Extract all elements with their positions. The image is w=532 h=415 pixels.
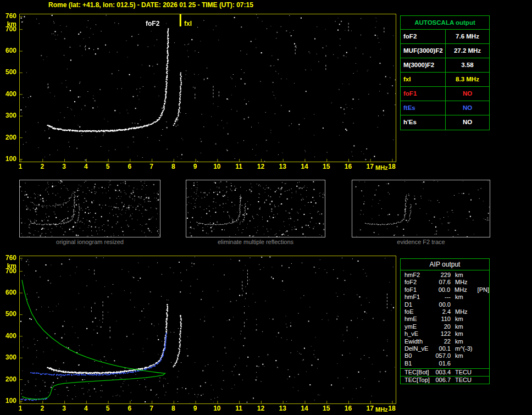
aip-tec-row-0: TEC[Bot]003.4TECU [401, 368, 489, 376]
top-plot-y-tick-600: 600 [0, 47, 16, 54]
bottom-plot-x-tick-4: 4 [79, 405, 92, 412]
autoscala-row-6: h'EsNO [401, 115, 489, 130]
aip-name: TEC[Top] [404, 377, 432, 384]
aip-unit: MHz [455, 308, 477, 316]
aip-table-rows: hmF2229kmfoF207.6MHzfoF100.0MHz[PN]hmF1-… [401, 270, 489, 368]
bottom-plot-x-tick-3: 3 [58, 405, 71, 412]
aip-val: 00.1 [432, 345, 451, 352]
thumb-evidence [352, 180, 490, 237]
aip-name: D1 [404, 301, 432, 308]
aip-name: ymE [404, 323, 432, 330]
aip-output-table: AIP output hmF2229kmfoF207.6MHzfoF100.0M… [400, 258, 490, 384]
bottom-plot-y-tick-400: 400 [0, 333, 16, 340]
aip-row-0: hmF2229km [401, 272, 489, 279]
aip-val: 22 [432, 338, 451, 345]
bottom-plot-x-tick-13: 13 [276, 405, 289, 412]
autoscala-row-4: foF1NO [401, 87, 489, 101]
aip-row-3: hmF1---km [401, 294, 489, 301]
aip-name: h_vE [404, 330, 432, 337]
bottom-ionogram-plot [19, 256, 396, 404]
bottom-plot-x-tick-10: 10 [210, 405, 224, 412]
autoscala-output-table: AUTOSCALA output foF27.6 MHzMUF(3000)F22… [400, 15, 490, 130]
aip-tec-rows: TEC[Bot]003.4TECUTEC[Top]006.7TECU [401, 368, 489, 384]
top-plot-y-tick-500: 500 [0, 69, 16, 76]
aip-name: hmF2 [404, 272, 432, 279]
autoscala-row-2: M(3000)F23.58 [401, 58, 489, 73]
bottom-plot-y-tick-500: 500 [0, 311, 16, 318]
aip-val: 2.4 [432, 308, 451, 316]
aip-name: hmF1 [404, 294, 432, 301]
top-plot-y-tick-300: 300 [0, 112, 16, 119]
top-plot-x-tick-9: 9 [189, 163, 202, 170]
foF2-label: foF2 [146, 20, 159, 27]
autoscala-param-label: fxI [401, 73, 446, 86]
bottom-plot-y-tick-200: 200 [0, 376, 16, 383]
aip-name: hmE [404, 316, 432, 323]
bottom-plot-x-tick-14: 14 [298, 405, 311, 412]
bottom-plot-x-tick-5: 5 [101, 405, 114, 412]
autoscala-row-5: ftEsNO [401, 101, 489, 115]
aip-name: foE [404, 308, 432, 316]
aip-unit: km [455, 352, 477, 359]
thumb-cleaned [186, 180, 325, 237]
autoscala-param-label: h'Es [401, 115, 446, 130]
aip-val: --- [432, 294, 451, 301]
thumb-evidence-caption: evidence F2 trace [352, 239, 490, 245]
aip-val: 20 [432, 323, 451, 330]
top-plot-y-tick-400: 400 [0, 91, 16, 98]
aip-name: B0 [404, 352, 432, 359]
bottom-plot-y-tick-600: 600 [0, 289, 16, 296]
bottom-plot-y-unit-label: km [0, 263, 16, 270]
top-plot-y-tick-200: 200 [0, 134, 16, 141]
aip-name: foF1 [404, 286, 431, 294]
aip-unit: km [455, 272, 477, 279]
top-plot-x-tick-16: 16 [341, 163, 354, 170]
bottom-ionogram-canvas [20, 256, 396, 403]
top-plot-x-tick-1: 1 [14, 163, 27, 170]
autoscala-param-value: NO [446, 87, 489, 101]
aip-row-4: D100.0 [401, 301, 489, 308]
top-plot-x-tick-13: 13 [276, 163, 289, 170]
aip-tec-row-1: TEC[Top]006.7TECU [401, 376, 489, 384]
aip-unit: MHz [455, 286, 476, 294]
top-ionogram-canvas [20, 14, 396, 162]
aip-val: 057.0 [432, 352, 451, 359]
thumb-original-caption: original ionogram resized [19, 239, 160, 245]
aip-name: foF2 [404, 279, 432, 286]
top-plot-y-unit-label: km [0, 21, 16, 28]
aip-name: Ewidth [404, 338, 432, 345]
autoscala-table-rows: foF27.6 MHzMUF(3000)F227.2 MHzM(3000)F23… [401, 30, 489, 130]
aip-val: 01.6 [432, 360, 451, 367]
thumb-cleaned-canvas [186, 180, 325, 237]
bottom-plot-x-unit-label: MHz [375, 406, 392, 413]
aip-val: 006.7 [432, 377, 451, 384]
bottom-plot-y-tick-300: 300 [0, 354, 16, 361]
thumb-cleaned-caption: eliminate multiple reflections [186, 239, 325, 245]
thumb-evidence-canvas [352, 180, 490, 237]
aip-row-2: foF100.0MHz[PN] [401, 286, 489, 294]
autoscala-row-1: MUF(3000)F227.2 MHz [401, 44, 489, 58]
bottom-plot-x-tick-8: 8 [167, 405, 180, 412]
aip-name: B1 [404, 360, 432, 367]
top-plot-x-tick-10: 10 [210, 163, 224, 170]
aip-val: 122 [432, 330, 451, 337]
bottom-plot-x-tick-7: 7 [145, 405, 158, 412]
aip-row-5: foE2.4MHz [401, 308, 489, 316]
top-plot-x-tick-4: 4 [79, 163, 92, 170]
aip-val: 07.6 [432, 279, 451, 286]
autoscala-param-label: foF2 [401, 30, 446, 43]
top-ionogram-plot: foF2 fxI [19, 14, 396, 162]
top-plot-x-tick-7: 7 [145, 163, 158, 170]
aip-row-7: ymE20km [401, 323, 489, 330]
top-plot-x-tick-2: 2 [36, 163, 49, 170]
aip-unit: MHz [455, 279, 477, 286]
aip-unit [455, 301, 477, 308]
aip-unit: TECU [455, 377, 477, 384]
thumb-original-canvas [20, 180, 160, 237]
bottom-plot-y-tick-760: 760 [0, 254, 16, 262]
aip-val: 110 [432, 316, 451, 323]
aip-unit: TECU [455, 369, 477, 376]
autoscala-param-label: foF1 [401, 87, 446, 101]
aip-unit: km [455, 294, 477, 301]
autoscala-param-label: ftEs [401, 101, 446, 115]
